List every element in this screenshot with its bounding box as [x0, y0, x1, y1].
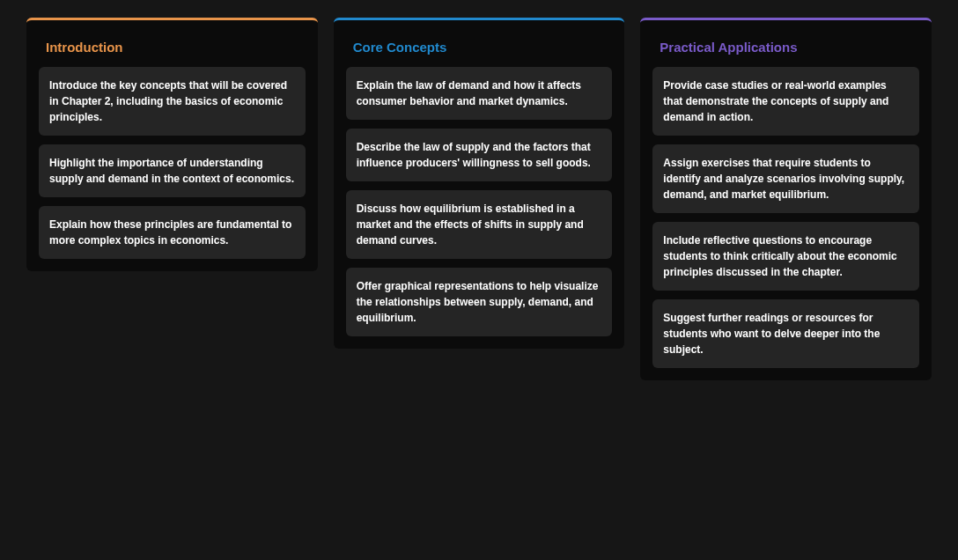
card-item[interactable]: Discuss how equilibrium is established i… — [346, 190, 613, 259]
card-item[interactable]: Describe the law of supply and the facto… — [346, 129, 613, 181]
column-core-concepts: Core Concepts Explain the law of demand … — [334, 18, 625, 349]
column-practical-applications: Practical Applications Provide case stud… — [640, 18, 932, 380]
column-title-introduction: Introduction — [39, 33, 306, 55]
column-title-core-concepts: Core Concepts — [346, 33, 613, 55]
card-item[interactable]: Offer graphical representations to help … — [346, 268, 613, 336]
card-item[interactable]: Assign exercises that require students t… — [652, 144, 919, 213]
card-item[interactable]: Include reflective questions to encourag… — [652, 222, 919, 291]
card-item[interactable]: Highlight the importance of understandin… — [39, 144, 306, 197]
card-item[interactable]: Explain the law of demand and how it aff… — [346, 67, 613, 120]
column-introduction: Introduction Introduce the key concepts … — [26, 18, 318, 271]
card-item[interactable]: Suggest further readings or resources fo… — [652, 299, 919, 368]
card-item[interactable]: Explain how these principles are fundame… — [39, 206, 306, 259]
card-item[interactable]: Provide case studies or real-world examp… — [652, 67, 919, 136]
column-title-practical-applications: Practical Applications — [652, 33, 919, 55]
columns-container: Introduction Introduce the key concepts … — [26, 18, 932, 380]
card-item[interactable]: Introduce the key concepts that will be … — [39, 67, 306, 136]
